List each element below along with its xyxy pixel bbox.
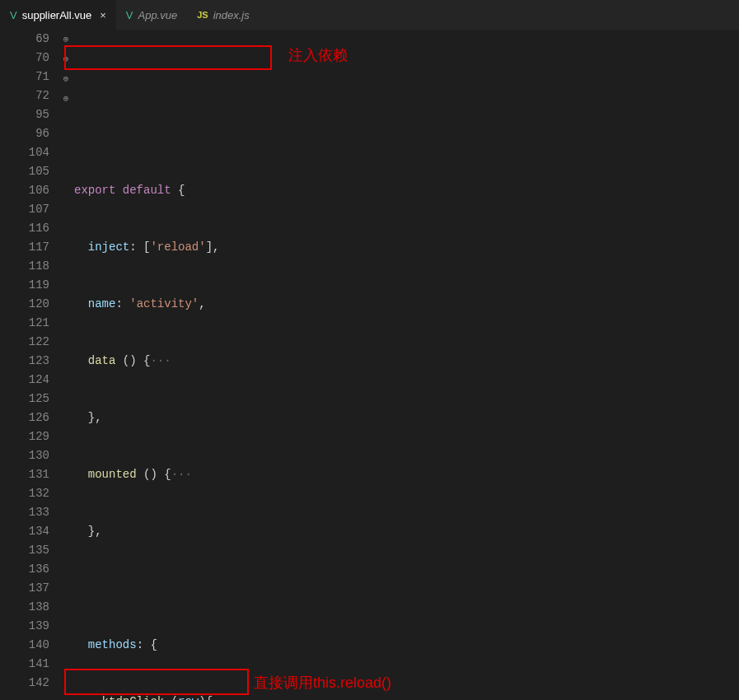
tab-app-vue[interactable]: V App.vue [116,0,187,30]
code-line: export default { [74,181,739,200]
js-icon: JS [197,10,208,20]
annotation-text-inject: 注入依赖 [288,46,348,65]
code-line: data () {··· [74,352,739,371]
annotation-box-reload [64,669,249,695]
close-icon[interactable]: × [100,9,106,21]
tab-supplier-all[interactable]: V supplierAll.vue × [0,0,116,30]
code-line: inject: ['reload'], [74,238,739,257]
tab-label: supplierAll.vue [22,9,92,21]
code-line: name: 'activity', [74,295,739,314]
code-line: }, [74,408,739,427]
fold-icon[interactable]: ⊕ [63,94,69,104]
code-line: }, [74,522,739,541]
vue-icon: V [10,9,17,21]
tab-label: App.vue [138,9,177,21]
code-line: ktdpClick (row){··· [74,693,739,700]
editor[interactable]: 69 70 71 72 95 96 104 105 106 107 116 11… [0,30,739,700]
fold-icon[interactable]: ⊕ [63,54,69,64]
annotation-box-inject [64,45,272,70]
code-line [74,579,739,598]
code-line: mounted () {··· [74,465,739,484]
tab-bar: V supplierAll.vue × V App.vue JS index.j… [0,0,739,30]
fold-icon[interactable]: ⊕ [63,35,69,44]
tab-index-js[interactable]: JS index.js [187,0,260,30]
fold-icon[interactable]: ⊕ [63,74,69,84]
code-area[interactable]: 注入依赖 直接调用this.reload() export default { … [74,30,739,700]
annotation-text-reload: 直接调用this.reload() [254,674,391,693]
vue-icon: V [126,9,133,21]
tab-label: index.js [213,9,250,21]
code-line: methods: { [74,636,739,655]
line-number-gutter: 69 70 71 72 95 96 104 105 106 107 116 11… [0,30,58,700]
fold-gutter: ⊕ ⊕ ⊕ ⊕ [58,30,74,700]
